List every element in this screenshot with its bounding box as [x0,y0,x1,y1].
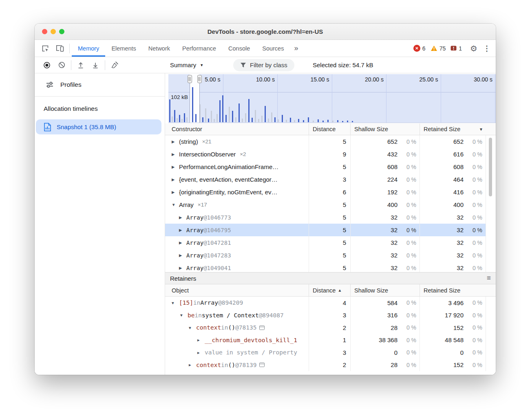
column-header-object[interactable]: Object [165,284,309,296]
expand-arrow-icon[interactable]: ▶ [172,177,179,182]
perspective-select[interactable]: Summary ▼ [170,62,203,68]
constructor-row[interactable]: ▶(string)×2156520 %6520 % [165,135,496,148]
constructor-row[interactable]: ▶IntersectionObserver×294320 %6160 % [165,148,496,161]
size-value: 400 [423,201,464,208]
retainer-row[interactable]: ▶__chromium_devtools_kill_1138 3680 %48 … [165,334,496,347]
column-header-retained-size[interactable]: Retained Size [420,284,496,296]
constructor-row[interactable]: ▶{event, eventAction, eventCategor…32240… [165,173,496,186]
constructor-row[interactable]: ▶Array @10467955320 %320 % [165,224,496,236]
close-window-button[interactable] [42,29,47,34]
timeline-tick-label: 15.00 s [298,76,329,83]
expand-arrow-icon[interactable]: ▶ [172,152,179,156]
constructor-row[interactable]: ▶Array @10490415320 %320 % [165,262,496,272]
frame-icon[interactable] [259,363,265,367]
collapse-arrow-icon[interactable]: ▼ [189,325,196,330]
expand-arrow-icon[interactable]: ▶ [197,350,205,355]
warning-badge-icon[interactable] [431,45,437,51]
timeline-selection-handle-left[interactable] [188,75,192,83]
column-header-constructor[interactable]: Constructor [165,123,309,135]
more-tabs-button[interactable]: » [290,44,302,53]
column-header-distance[interactable]: Distance [309,123,351,135]
timeline-tick-label: 5.00 s [190,76,221,83]
tab-console[interactable]: Console [222,40,256,57]
expand-arrow-icon[interactable]: ▶ [172,165,179,169]
expand-arrow-icon[interactable]: ▶ [197,338,205,342]
class-filter-input[interactable]: Filter by class [233,59,294,71]
timeline-bar [214,119,215,122]
tab-memory[interactable]: Memory [72,40,105,57]
load-profile-icon[interactable] [73,58,88,73]
timeline-bar [278,119,279,122]
timeline-bar [229,107,230,122]
constructor-row[interactable]: ▶Array @10467735320 %320 % [165,211,496,224]
constructor-row[interactable]: ▶Array @10472835320 %320 % [165,249,496,262]
tab-sources[interactable]: Sources [256,40,290,57]
size-percent: 0 % [398,252,416,259]
size-value: 608 [354,163,398,170]
record-allocation-button[interactable] [40,58,54,73]
timeline-selection-handle-right[interactable] [197,75,202,83]
constructor-row[interactable]: ▶Array @10472815320 %320 % [165,236,496,249]
tab-elements[interactable]: Elements [105,40,142,57]
expand-arrow-icon[interactable]: ▶ [179,228,186,232]
device-toolbar-button[interactable] [53,41,67,56]
snapshot-list-item[interactable]: Snapshot 1 (35.8 MB) [36,119,161,134]
size-value: 28 [354,361,398,368]
timeline-bar [186,117,188,122]
retainer-row[interactable]: ▼context in () @781352280 %1520 % [165,321,496,334]
collect-garbage-icon[interactable] [107,58,122,73]
column-header-shallow-size[interactable]: Shallow Size [351,123,420,135]
expand-arrow-icon[interactable]: ▶ [179,240,186,245]
retainer-row[interactable]: ▼be in system / Context @89408733160 %17… [165,309,496,322]
collapse-arrow-icon[interactable]: ▼ [172,202,179,207]
retainers-menu-icon[interactable]: ≡ [487,274,491,282]
object-name: Array [186,240,203,246]
column-header-shallow-size[interactable]: Shallow Size [351,284,420,296]
timeline-bar [192,87,193,122]
frame-icon[interactable] [259,325,265,330]
expand-arrow-icon[interactable]: ▶ [179,253,186,257]
expand-arrow-icon[interactable]: ▶ [172,139,179,144]
error-badge-icon[interactable]: ✕ [413,45,420,52]
retainers-section-header[interactable]: Retainers ≡ [165,272,496,284]
column-header-distance[interactable]: Distance▲ [309,284,351,296]
clear-profiles-icon[interactable] [54,58,69,73]
size-cell: 6080 % [351,161,420,173]
collapse-arrow-icon[interactable]: ▼ [180,313,188,317]
constructor-cell-name: ▼Array×17 [165,198,309,211]
expand-arrow-icon[interactable]: ▶ [172,190,179,194]
column-header-retained-size[interactable]: Retained Size▼ [420,123,496,135]
retainer-row[interactable]: ▼[15] in Array @89420945840 %3 4960 % [165,297,496,309]
constructor-row[interactable]: ▶PerformanceLongAnimationFrame…56080 %60… [165,161,496,173]
collapse-arrow-icon[interactable]: ▼ [172,301,179,305]
constructor-row[interactable]: ▶{originatingEntity, noGtmEvent, ev…6192… [165,186,496,198]
save-profile-icon[interactable] [88,58,103,73]
timeline-tick-label: 20.00 s [353,76,384,83]
tab-performance[interactable]: Performance [176,40,222,57]
expand-arrow-icon[interactable]: ▶ [189,363,196,367]
minimize-window-button[interactable] [51,29,56,34]
kebab-menu-icon[interactable]: ⋮ [483,44,491,53]
retainer-text-prop: context [196,362,221,368]
expand-arrow-icon[interactable]: ▶ [179,215,186,220]
settings-gear-icon[interactable]: ⚙ [467,44,481,53]
memory-panel-toolbar: Summary ▼ Filter by class Selected size:… [35,57,496,73]
zoom-window-button[interactable] [59,29,64,34]
size-cell: 320 % [351,262,420,272]
titlebar[interactable]: DevTools - store.google.com/?hl=en-US [35,24,496,40]
column-header-label: Distance [313,126,336,132]
timeline-bar [322,121,324,122]
issues-badge-icon[interactable] [450,46,457,51]
constructor-row[interactable]: ▼Array×1754000 %4000 % [165,198,496,211]
retainer-row[interactable]: ▶context in () @781392280 %1520 % [165,359,496,372]
expand-arrow-icon[interactable]: ▶ [179,266,186,270]
tab-network[interactable]: Network [142,40,176,57]
inspect-element-button[interactable] [38,41,53,56]
size-percent: 0 % [464,151,482,158]
size-value: 32 [423,226,464,233]
size-percent: 0 % [464,362,482,368]
retainer-row[interactable]: ▶value in system / Property300 %00 % [165,346,496,359]
timeline-overview[interactable]: 102 kB 5.00 s10.00 s15.00 s20.00 s25.00 … [168,74,496,123]
size-percent: 0 % [464,214,482,221]
vertical-scrollbar-thumb[interactable] [489,138,492,196]
